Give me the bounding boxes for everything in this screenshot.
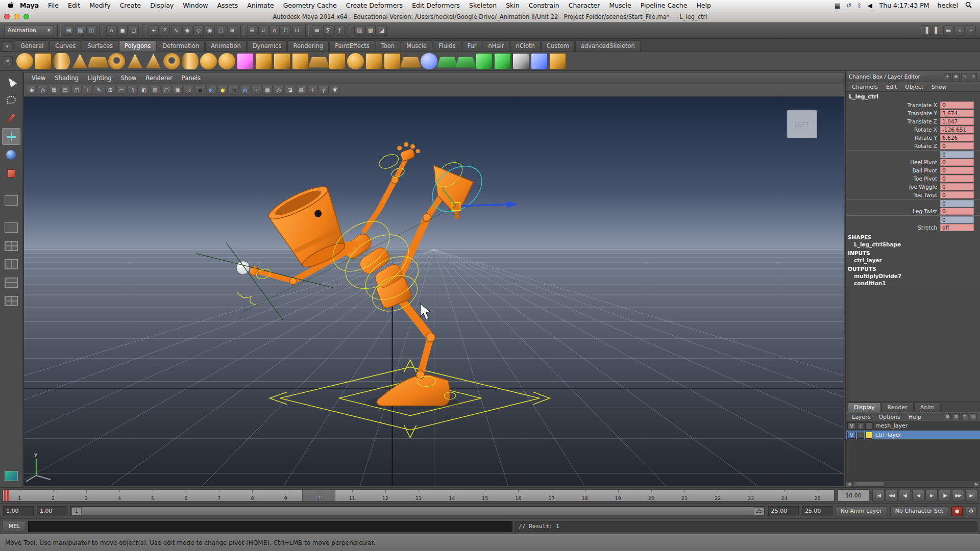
panel-menu[interactable]: Show xyxy=(116,74,141,82)
polySoccerBall-icon[interactable] xyxy=(200,53,217,69)
channel-label[interactable]: Toe Twist xyxy=(846,192,940,198)
show-tool-settings-button[interactable]: ▌ xyxy=(932,26,942,36)
polyPlane-icon[interactable] xyxy=(88,57,109,68)
scale-tool[interactable] xyxy=(2,165,20,182)
lasso-tool[interactable] xyxy=(2,91,20,108)
shelf-tab[interactable]: Surfaces xyxy=(82,40,118,52)
menu-set-dropdown[interactable]: Animation▼ xyxy=(4,25,54,36)
display-menu-icon[interactable]: ▦ xyxy=(831,2,843,9)
shelf-menu-button[interactable]: ▾ xyxy=(2,41,12,52)
playback-start-field[interactable]: 1.00 xyxy=(37,506,67,516)
channel-label[interactable]: Toe Pivot xyxy=(846,176,940,182)
image-plane-icon[interactable]: ◫ xyxy=(71,86,82,95)
motion-blur-icon[interactable]: ≋ xyxy=(251,86,261,95)
channel-value-field[interactable]: 0 xyxy=(940,142,974,149)
group-divider[interactable] xyxy=(100,24,103,37)
safe-title-icon[interactable]: ▣ xyxy=(173,86,183,95)
shelf-tab[interactable]: Fluids xyxy=(433,40,461,52)
channel-value-field[interactable]: 0 xyxy=(940,183,974,190)
polyPrism-icon[interactable] xyxy=(127,53,143,69)
animation-end-field[interactable]: 25.00 xyxy=(802,506,832,516)
paint-select-tool[interactable] xyxy=(2,110,20,127)
new-layer-from-selected-icon[interactable]: ⊟ xyxy=(952,413,960,420)
safe-action-icon[interactable]: ▢ xyxy=(161,86,172,95)
render-settings-button[interactable]: ◪ xyxy=(377,26,387,36)
separate-icon[interactable] xyxy=(292,53,309,69)
shelf-tab[interactable]: Custom xyxy=(541,40,575,52)
grid-toggle-icon[interactable]: ⊞ xyxy=(105,86,115,95)
menubar-username[interactable]: heckel xyxy=(934,2,962,9)
group-divider[interactable] xyxy=(305,24,309,37)
layer-horizontal-scrollbar[interactable]: ◀ ▶ xyxy=(846,481,980,487)
append-to-polygon-icon[interactable] xyxy=(437,57,458,68)
mirror-geometry-icon[interactable] xyxy=(255,53,272,69)
shelf-tab[interactable]: Polygons xyxy=(119,40,156,52)
construction-history-button[interactable]: ƒ xyxy=(334,26,345,36)
select-tool[interactable] xyxy=(2,73,20,90)
polyHelix-icon[interactable] xyxy=(182,53,199,69)
step-forward-frame-button[interactable]: ▶▶ xyxy=(952,490,964,502)
ambient-occlusion-icon[interactable]: ◍ xyxy=(240,86,250,95)
group-divider[interactable] xyxy=(240,24,244,37)
play-backwards-button[interactable]: ◀ xyxy=(912,490,924,502)
polyCone-icon[interactable] xyxy=(71,53,88,69)
field-chart-icon[interactable]: ▥ xyxy=(150,86,160,95)
scroll-right-arrow[interactable]: ▶ xyxy=(973,481,980,487)
panel-header[interactable]: Channel Box / Layer Editor +◉∿▾ xyxy=(846,71,980,82)
pin-channel-box-icon[interactable]: ▾ xyxy=(970,73,977,80)
outputs-of-selected-button[interactable]: ∑ xyxy=(323,26,333,36)
shelf-tab[interactable]: Animation xyxy=(205,40,247,52)
panel-menu[interactable]: Lighting xyxy=(83,74,116,82)
window-titlebar[interactable]: Autodesk Maya 2014 x64 - Educational Ver… xyxy=(0,11,980,22)
shelf-tab[interactable]: Fur xyxy=(462,40,482,52)
layer-editor-tab[interactable]: Render xyxy=(881,403,914,412)
crease-tool-icon[interactable] xyxy=(531,53,548,69)
show-attribute-editor-button[interactable]: ▐ xyxy=(921,26,931,36)
app-menu[interactable]: Maya xyxy=(15,2,43,9)
view-compass-icon[interactable]: + xyxy=(83,86,93,95)
bluetooth-icon[interactable]: ᛒ xyxy=(854,2,864,9)
range-slider[interactable]: 1 25 xyxy=(70,506,765,516)
channel-box-menu[interactable]: Channels xyxy=(848,84,882,90)
wireframe-icon[interactable]: ◇ xyxy=(184,86,194,95)
menubar-item[interactable]: Display xyxy=(145,2,178,9)
layer-row[interactable]: V ctrl_layer xyxy=(846,431,980,440)
shelf-editor-button[interactable]: ≡ xyxy=(3,56,13,66)
section-node[interactable]: L_leg_ctrlShape xyxy=(846,241,980,248)
viewport-scene[interactable]: LEFT y xyxy=(24,97,844,486)
polyPipe-icon[interactable] xyxy=(163,53,180,69)
range-bar[interactable]: 1 25 xyxy=(71,507,764,515)
open-scene-button[interactable]: ▧ xyxy=(75,26,85,36)
polySphere-icon[interactable] xyxy=(16,53,33,69)
new-scene-button[interactable]: ▤ xyxy=(64,26,74,36)
select-by-hierarchy-button[interactable]: ⌂ xyxy=(106,26,116,36)
select-mask-curves-button[interactable]: ∿ xyxy=(171,26,181,36)
menubar-item[interactable]: Edit xyxy=(63,2,85,9)
channel-box-menu[interactable]: Edit xyxy=(882,84,901,90)
combine-icon[interactable] xyxy=(274,53,290,69)
select-mask-dynamics-button[interactable]: ◉ xyxy=(205,26,215,36)
section-node[interactable]: condition1 xyxy=(846,280,980,287)
offset-edge-loop-icon[interactable] xyxy=(494,53,511,69)
layer-type-cell[interactable]: / xyxy=(857,422,864,430)
expand-bar-button[interactable]: » xyxy=(966,26,976,36)
save-scene-button[interactable]: ◫ xyxy=(86,26,96,36)
bridge-icon[interactable] xyxy=(400,57,422,68)
layout-custom-button[interactable] xyxy=(2,467,20,484)
channel-label[interactable]: Rotate Y xyxy=(846,135,940,141)
last-tool-slot[interactable] xyxy=(2,192,20,209)
section-node[interactable]: multiplyDivide7 xyxy=(846,272,980,280)
selected-node-name[interactable]: L_leg_ctrl xyxy=(846,92,980,101)
channel-value-field[interactable]: 0 xyxy=(940,167,974,174)
shelf-tab[interactable]: Curves xyxy=(50,40,81,52)
channel-box-menu[interactable]: Object xyxy=(901,84,927,90)
menubar-item[interactable]: Modify xyxy=(85,2,115,9)
insert-edge-loop-icon[interactable] xyxy=(476,53,493,69)
range-end-handle[interactable]: 25 xyxy=(754,507,764,515)
layer-editor-menu[interactable]: Options xyxy=(874,414,904,420)
layout-three-pane-button[interactable] xyxy=(2,292,20,309)
menubar-item[interactable]: Character xyxy=(564,2,605,9)
menubar-item[interactable]: Create Deformers xyxy=(341,2,407,9)
select-mask-misc-button[interactable]: ≋ xyxy=(227,26,237,36)
hyperbolic-state-icon[interactable]: ∿ xyxy=(961,73,968,80)
